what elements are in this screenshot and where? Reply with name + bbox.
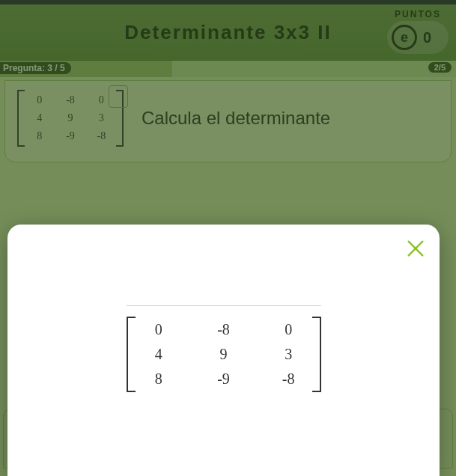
matrix-cell: -9: [60, 130, 80, 142]
matrix-cell: 9: [206, 346, 241, 363]
matrix-cell: 0: [271, 321, 306, 338]
question-card: 0 -8 0 4 9 3 8 -9 -8 Calcula el determin…: [4, 80, 452, 162]
bracket-right-icon: [116, 90, 124, 147]
matrix-cell: 0: [29, 94, 49, 106]
points-block: PUNTOS e 0: [387, 9, 449, 54]
bracket-right-icon: [312, 317, 321, 392]
matrix-modal: 0 -8 0 4 9 3 8 -9 -8: [7, 225, 440, 476]
question-prompt: Calcula el determinante: [142, 108, 330, 129]
bracket-left-icon: [17, 90, 25, 147]
bracket-left-icon: [127, 317, 136, 392]
matrix-cell: 0: [91, 94, 112, 106]
matrix-cell: -9: [206, 370, 241, 388]
progress-bar: Pregunta: 3 / 5 2/5: [0, 61, 456, 77]
matrix-cell: -8: [271, 370, 306, 388]
matrix-cell: 3: [271, 346, 306, 363]
close-button[interactable]: [405, 238, 426, 259]
matrix-cell: -8: [206, 321, 241, 338]
page-title: Determinante 3x3 II: [124, 21, 331, 44]
modal-matrix: 0 -8 0 4 9 3 8 -9 -8: [127, 305, 321, 397]
matrix-cell: -8: [91, 130, 112, 142]
progress-badge: 2/5: [428, 62, 452, 73]
question-counter-badge: Pregunta: 3 / 5: [0, 62, 71, 74]
score-value: 0: [423, 29, 431, 46]
header: Determinante 3x3 II PUNTOS e 0: [0, 4, 456, 61]
question-matrix-thumb[interactable]: 0 -8 0 4 9 3 8 -9 -8: [14, 87, 127, 150]
matrix-cell: 4: [29, 112, 49, 124]
score-pill: e 0: [387, 21, 449, 54]
points-label: PUNTOS: [387, 9, 449, 19]
matrix-cell: 4: [142, 346, 177, 363]
score-coin-icon: e: [392, 25, 417, 50]
matrix-cell: 3: [91, 112, 112, 124]
matrix-cell: 0: [142, 321, 177, 338]
matrix-cell: 8: [29, 130, 49, 142]
matrix-cell: 8: [142, 370, 177, 388]
close-icon: [405, 238, 426, 259]
matrix-cell: -8: [60, 94, 80, 106]
matrix-cell: 9: [60, 112, 80, 124]
